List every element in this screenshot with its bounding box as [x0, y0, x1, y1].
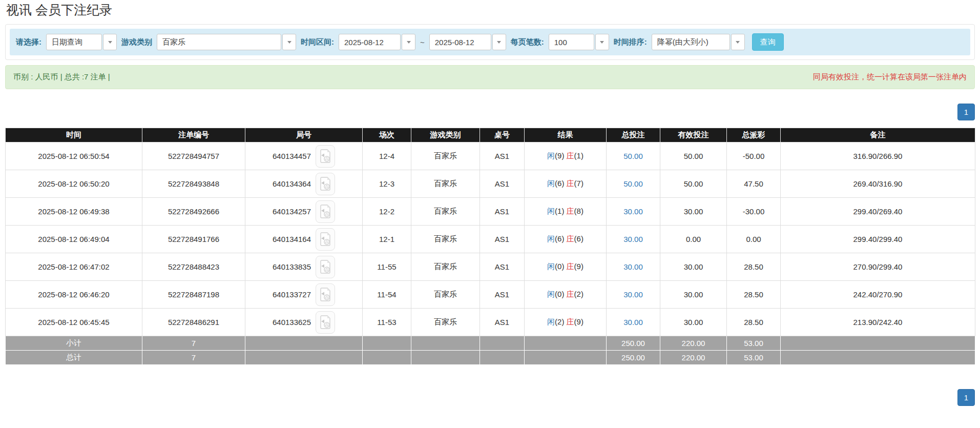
total-bet-link[interactable]: 50.00: [623, 152, 643, 160]
player-result: 闲: [547, 234, 555, 243]
page-size-toggle[interactable]: [595, 34, 609, 50]
round-id: 640133625: [273, 318, 311, 327]
game-cell: 百家乐: [411, 198, 480, 226]
remark-cell: 299.40/269.40: [781, 198, 975, 226]
date-to-toggle[interactable]: [492, 34, 506, 50]
total-row-cell-3: [363, 351, 411, 365]
player-score: (6): [555, 179, 567, 188]
player-score: (0): [555, 262, 567, 271]
bet-id-cell: 522728491766: [142, 226, 245, 253]
round-cell: 640133835: [245, 253, 363, 281]
game-cell: 百家乐: [411, 309, 480, 336]
banker-result: 庄: [567, 234, 574, 243]
video-preview-icon: [320, 315, 331, 329]
result-cell: 闲(6) 庄(7): [525, 170, 607, 198]
video-preview-icon: [320, 205, 331, 218]
round-id: 640134257: [273, 207, 311, 216]
total-bet-cell: 30.00: [607, 309, 660, 336]
col-game: 游戏类别: [411, 128, 480, 142]
date-from-toggle[interactable]: [402, 34, 415, 50]
total-row-cell-6: [525, 351, 607, 365]
video-preview-icon: [320, 149, 331, 163]
date-from-value[interactable]: 2025-08-12: [339, 34, 401, 50]
date-to-value[interactable]: 2025-08-12: [429, 34, 491, 50]
video-preview-button[interactable]: [316, 311, 335, 334]
game-category-select[interactable]: 百家乐: [157, 34, 296, 50]
video-preview-button[interactable]: [316, 200, 335, 223]
video-preview-button[interactable]: [316, 283, 335, 306]
banker-score: (6): [574, 234, 583, 243]
subtotal-row-cell-7: 250.00: [607, 336, 660, 351]
session-cell: 12-2: [363, 198, 411, 226]
payout-cell: 28.50: [727, 281, 781, 309]
result-cell: 闲(0) 庄(2): [525, 281, 607, 309]
remark-cell: 213.90/242.40: [781, 309, 975, 336]
filter-bar: 请选择: 日期查询 游戏类别 百家乐 时间区间: 2025-08-12 ~ 20…: [10, 29, 970, 55]
page-size-select[interactable]: 100: [549, 34, 609, 50]
video-preview-button[interactable]: [316, 173, 335, 195]
subtotal-row-cell-6: [525, 336, 607, 351]
total-bet-link[interactable]: 30.00: [623, 235, 643, 243]
subtotal-row-cell-2: [245, 336, 363, 351]
table-no-cell: AS1: [480, 253, 525, 281]
player-result: 闲: [547, 207, 555, 215]
time-cell: 2025-08-12 06:50:20: [6, 170, 142, 198]
total-bet-link[interactable]: 30.00: [623, 262, 643, 271]
banker-score: (1): [574, 151, 583, 160]
game-category-label: 游戏类别: [121, 37, 152, 47]
player-result: 闲: [547, 317, 555, 326]
subtotal-row: 小计7250.00220.0053.00: [6, 336, 975, 351]
caret-down-icon: [600, 41, 604, 44]
record-row: 2025-08-12 06:49:04522728491766640134164…: [6, 226, 975, 253]
round-cell: 640134364: [245, 170, 363, 198]
result-cell: 闲(2) 庄(9): [525, 309, 607, 336]
round-id: 640133835: [273, 262, 311, 271]
col-bet-id: 注单编号: [142, 128, 245, 142]
col-session: 场次: [363, 128, 411, 142]
query-type-toggle[interactable]: [103, 34, 117, 50]
video-preview-button[interactable]: [316, 145, 335, 168]
time-sort-value[interactable]: 降幂(由大到小): [652, 34, 730, 50]
page-1-button[interactable]: 1: [957, 104, 975, 120]
date-from-select[interactable]: 2025-08-12: [339, 34, 415, 50]
page-size-value[interactable]: 100: [549, 34, 594, 50]
query-type-value[interactable]: 日期查询: [46, 34, 102, 50]
time-sort-toggle[interactable]: [731, 34, 745, 50]
date-to-select[interactable]: 2025-08-12: [429, 34, 506, 50]
search-button[interactable]: 查询: [752, 33, 784, 51]
video-preview-button[interactable]: [316, 256, 335, 278]
total-row-cell-8: 220.00: [660, 351, 727, 365]
page-1-button[interactable]: 1: [957, 389, 975, 406]
caret-down-icon: [497, 41, 501, 44]
total-row-cell-5: [480, 351, 525, 365]
subtotal-row-cell-3: [363, 336, 411, 351]
total-bet-link[interactable]: 30.00: [623, 207, 643, 216]
record-row: 2025-08-12 06:50:20522728493848640134364…: [6, 170, 975, 198]
header-row: 时间注单编号局号场次游戏类别桌号结果总投注有效投注总派彩备注: [6, 128, 975, 142]
game-category-toggle[interactable]: [282, 34, 296, 50]
total-bet-link[interactable]: 30.00: [623, 318, 643, 327]
banker-result: 庄: [567, 151, 574, 160]
time-cell: 2025-08-12 06:49:04: [6, 226, 142, 253]
banker-score: (7): [574, 179, 583, 188]
session-cell: 12-3: [363, 170, 411, 198]
video-preview-icon: [320, 177, 331, 191]
caret-down-icon: [407, 41, 411, 44]
total-bet-link[interactable]: 50.00: [623, 179, 643, 188]
game-category-value[interactable]: 百家乐: [157, 34, 281, 50]
banker-score: (8): [574, 207, 583, 215]
time-sort-select[interactable]: 降幂(由大到小): [652, 34, 745, 50]
round-id: 640134164: [273, 235, 311, 243]
record-row: 2025-08-12 06:46:20522728487198640133727…: [6, 281, 975, 309]
video-preview-icon: [320, 288, 331, 301]
remark-cell: 242.40/270.90: [781, 281, 975, 309]
total-bet-link[interactable]: 30.00: [623, 290, 643, 299]
subtotal-row-cell-10: [781, 336, 975, 351]
session-cell: 11-55: [363, 253, 411, 281]
video-preview-button[interactable]: [316, 228, 335, 251]
page-title: 视讯 会员下注纪录: [6, 2, 975, 18]
game-cell: 百家乐: [411, 170, 480, 198]
result-cell: 闲(0) 庄(9): [525, 253, 607, 281]
player-score: (0): [555, 290, 567, 298]
query-type-select[interactable]: 日期查询: [46, 34, 117, 50]
